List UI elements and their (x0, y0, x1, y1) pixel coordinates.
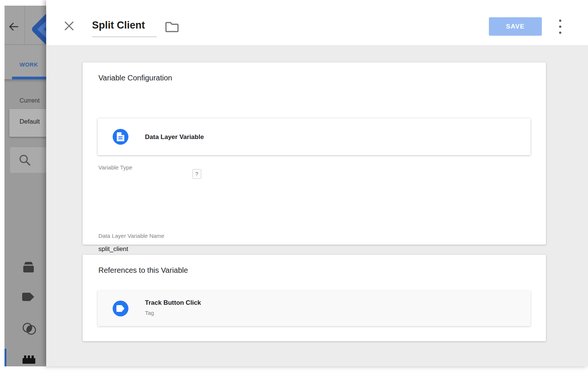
variable-brick-icon (22, 359, 36, 366)
back-button[interactable] (8, 21, 20, 33)
variable-editor-panel: Split Client SAVE Variable Configuration… (46, 0, 588, 366)
data-layer-variable-name-label: Data Layer Variable Name (98, 233, 164, 239)
variable-type-value: Data Layer Variable (145, 133, 204, 141)
variable-type-row[interactable]: Data Layer Variable (98, 118, 531, 155)
current-workspace-label: Current (20, 97, 39, 104)
gtm-logo (25, 6, 46, 45)
page: WORK Current Default (0, 0, 588, 372)
background-tab-bar: WORK (5, 45, 46, 79)
trigger-icon (22, 330, 37, 336)
references-card: References to this Variable Track Button… (83, 255, 546, 341)
sidebar-item-triggers[interactable] (22, 323, 37, 336)
dimmed-background-sidebar: WORK Current Default (5, 6, 46, 366)
help-icon[interactable]: ? (192, 169, 201, 179)
save-button[interactable]: SAVE (489, 17, 542, 36)
data-layer-variable-name-value: split_client (98, 245, 128, 253)
variable-title-input[interactable]: Split Client (92, 20, 145, 31)
variable-configuration-heading: Variable Configuration (98, 74, 172, 82)
reference-type: Tag (145, 310, 154, 316)
editor-topbar: Split Client SAVE (46, 0, 588, 45)
kebab-dot (559, 26, 561, 28)
arrow-left-icon (8, 27, 19, 33)
close-icon (64, 26, 74, 32)
tab-workspace[interactable]: WORK (20, 61, 38, 68)
tag-icon (22, 296, 35, 302)
kebab-dot (559, 20, 561, 22)
close-button[interactable] (64, 21, 75, 32)
selected-nav-indicator (5, 349, 6, 366)
sidebar-item-overview[interactable] (22, 261, 37, 275)
title-underline (92, 36, 157, 37)
references-heading: References to this Variable (98, 266, 188, 275)
data-layer-variable-icon (113, 129, 128, 145)
background-sidebar-content: Current Default (5, 79, 46, 366)
variable-configuration-card: Variable Configuration Variable Type Dat… (83, 62, 546, 245)
workspace-name: Default (20, 118, 40, 126)
sidebar-item-tags[interactable] (22, 292, 37, 306)
sidebar-item-variables-selected[interactable] (22, 355, 37, 366)
workspace-selector-card[interactable]: Default (9, 109, 46, 137)
kebab-dot (559, 32, 561, 34)
more-options-button[interactable] (556, 19, 565, 35)
folder-outline-icon (165, 27, 179, 34)
search-box[interactable] (10, 147, 46, 173)
reference-row[interactable]: Track Button Click Tag (98, 291, 531, 326)
variable-type-label: Variable Type (98, 164, 132, 171)
reference-name: Track Button Click (145, 299, 201, 307)
overview-icon (22, 268, 35, 274)
move-to-folder-button[interactable] (165, 21, 179, 33)
tab-active-underline (12, 77, 46, 79)
tag-reference-icon (113, 301, 128, 316)
background-app-header (5, 6, 46, 45)
